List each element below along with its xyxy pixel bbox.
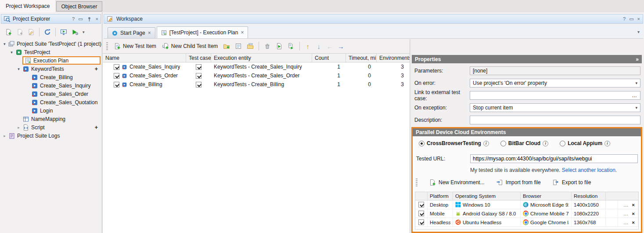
- radio-local-appium[interactable]: Local Appium i: [560, 140, 610, 146]
- maximize-icon[interactable]: ▭: [629, 16, 633, 22]
- env-row-mobile[interactable]: Mobile Android Galaxy S8 / 8.0 Chrome Mo…: [415, 209, 638, 218]
- export-to-file-button[interactable]: Export to file: [550, 178, 594, 187]
- group-items-button[interactable]: [245, 41, 255, 51]
- tree-item-create-billing[interactable]: Create_Billing: [0, 73, 101, 81]
- env-column-platform[interactable]: Platform: [428, 192, 453, 200]
- on-exception-dropdown[interactable]: Stop current item ▾: [470, 103, 640, 112]
- add-keyword-test-button[interactable]: +: [94, 66, 98, 72]
- browse-ellipsis-icon[interactable]: …: [632, 92, 637, 98]
- env-row-delete-icon[interactable]: ×: [632, 202, 635, 208]
- row-enabled-checkbox[interactable]: [114, 82, 119, 87]
- table-row[interactable]: Create_Billing KeywordTests - Create_Bil…: [103, 80, 410, 89]
- delete-item-button[interactable]: [262, 41, 273, 51]
- help-icon[interactable]: ?: [623, 16, 626, 22]
- caret-collapsed-icon[interactable]: ▸: [17, 125, 21, 130]
- add-new-item-button[interactable]: [3, 27, 14, 37]
- info-icon[interactable]: i: [483, 141, 489, 146]
- toolbar-overflow-chevron-icon[interactable]: ▾: [81, 30, 86, 34]
- tree-item-keywordtests[interactable]: ▾ KeywordTests +: [0, 65, 101, 73]
- tree-item-project-suite[interactable]: ▾ Project Suite 'TestProject' (1 project…: [0, 40, 101, 48]
- add-script-button[interactable]: +: [94, 124, 98, 131]
- item-list-button[interactable]: [233, 41, 244, 51]
- table-row[interactable]: Create_Sales_Order KeywordTests - Create…: [103, 71, 410, 80]
- info-icon[interactable]: i: [604, 141, 610, 146]
- tree-item-create-sales-quotation[interactable]: Create_Sales_Quotation: [0, 98, 101, 106]
- pin-icon[interactable]: [86, 16, 92, 22]
- radio-bitbar-cloud[interactable]: BitBar Cloud i: [500, 140, 548, 146]
- tab-list-chevron-icon[interactable]: ▾: [637, 29, 643, 34]
- new-group-button[interactable]: [221, 41, 232, 51]
- caret-expanded-icon[interactable]: ▾: [17, 67, 21, 71]
- close-icon[interactable]: ×: [96, 16, 98, 22]
- column-header-name[interactable]: Name: [103, 54, 186, 62]
- run-project-button[interactable]: [70, 27, 80, 37]
- tree-item-execution-plan[interactable]: Execution Plan: [0, 56, 101, 65]
- collapse-panel-icon[interactable]: »: [636, 56, 639, 62]
- env-column-browser[interactable]: Browser: [521, 192, 572, 200]
- execution-plan-selection[interactable]: Execution Plan: [22, 56, 101, 65]
- column-header-environments[interactable]: Environments: [377, 54, 410, 62]
- radio-icon[interactable]: [500, 141, 506, 146]
- tree-item-create-sales-order[interactable]: Create_Sales_Order: [0, 90, 101, 98]
- link-external-field[interactable]: …: [470, 91, 640, 100]
- tab-execution-plan[interactable]: [TestProject] - Execution Plan ×: [157, 26, 248, 38]
- tree-item-script[interactable]: ▸ Script +: [0, 123, 101, 131]
- row-enabled-checkbox[interactable]: [114, 73, 119, 79]
- env-row-more-icon[interactable]: …: [623, 202, 629, 208]
- tree-item-create-sales-inquiry[interactable]: Create_Sales_Inquiry: [0, 81, 101, 90]
- move-right-button[interactable]: →: [336, 43, 345, 50]
- new-environment-button[interactable]: New Environment...: [427, 178, 487, 187]
- description-field[interactable]: [470, 116, 640, 124]
- toolbar-drag-handle[interactable]: [106, 42, 108, 50]
- tree-item-project-suite-logs[interactable]: ▸ Project Suite Logs: [0, 131, 101, 140]
- close-icon[interactable]: ×: [637, 16, 640, 22]
- radio-crossbrowsertesting[interactable]: CrossBrowserTesting i: [419, 140, 489, 146]
- env-column-os[interactable]: Operating System: [453, 192, 521, 200]
- env-row-desktop[interactable]: Desktop Windows 10 Microsoft Edge 91 140…: [415, 200, 638, 209]
- run-visualize-button[interactable]: [58, 27, 69, 37]
- move-left-button[interactable]: ←: [325, 43, 335, 50]
- help-icon[interactable]: ?: [72, 16, 75, 22]
- move-up-button[interactable]: ↑: [303, 43, 313, 50]
- maximize-icon[interactable]: ▭: [78, 16, 83, 22]
- radio-icon[interactable]: [560, 141, 565, 146]
- env-enabled-checkbox[interactable]: [418, 211, 424, 216]
- tab-project-workspace[interactable]: Project Workspace: [0, 0, 55, 12]
- tab-close-icon[interactable]: ×: [241, 29, 244, 36]
- caret-expanded-icon[interactable]: ▾: [10, 50, 14, 55]
- table-row[interactable]: Create_Sales_Inquiry KeywordTests - Crea…: [103, 62, 410, 71]
- import-from-file-button[interactable]: Import from file: [494, 178, 543, 187]
- radio-selected-icon[interactable]: [419, 141, 425, 146]
- toolbar-drag-handle[interactable]: [416, 178, 417, 186]
- env-column-resolution[interactable]: Resolution: [572, 192, 606, 200]
- row-enabled-checkbox[interactable]: [114, 64, 119, 70]
- test-case-checkbox[interactable]: [196, 82, 201, 87]
- tab-start-page[interactable]: Start Page ×: [108, 27, 155, 38]
- new-test-item-button[interactable]: New Test Item: [112, 41, 158, 51]
- test-case-checkbox[interactable]: [196, 64, 201, 70]
- env-row-more-icon[interactable]: …: [623, 220, 629, 225]
- select-location-link[interactable]: Select another location.: [562, 167, 617, 173]
- move-down-button[interactable]: ↓: [314, 43, 324, 50]
- env-row-delete-icon[interactable]: ×: [632, 211, 635, 216]
- column-header-timeout[interactable]: Timeout, min: [346, 54, 377, 62]
- env-row-headless[interactable]: Headless Ubuntu Headless Google Chrome l…: [415, 218, 638, 227]
- rename-item-button[interactable]: [26, 27, 36, 37]
- caret-expanded-icon[interactable]: ▾: [3, 42, 6, 46]
- caret-collapsed-icon[interactable]: ▸: [3, 134, 7, 138]
- column-header-execution-entity[interactable]: Execution entity: [211, 54, 312, 62]
- env-row-delete-icon[interactable]: ×: [632, 220, 635, 225]
- add-existing-item-button[interactable]: [14, 27, 25, 37]
- on-error-dropdown[interactable]: Use project's 'On error' property ▾: [470, 79, 640, 87]
- tree-item-namemapping[interactable]: NameMapping: [0, 115, 101, 123]
- env-enabled-checkbox[interactable]: [418, 219, 424, 225]
- tested-url-input[interactable]: [470, 154, 638, 163]
- env-row-more-icon[interactable]: …: [623, 211, 629, 216]
- tree-item-login[interactable]: Login: [0, 106, 101, 115]
- test-case-checkbox[interactable]: [196, 73, 201, 79]
- info-icon[interactable]: i: [543, 141, 548, 146]
- run-focused-item-button[interactable]: [274, 41, 284, 51]
- tab-object-browser[interactable]: Object Browser: [56, 1, 102, 11]
- parameters-field[interactable]: [none]: [470, 66, 640, 75]
- tab-close-icon[interactable]: ×: [148, 30, 151, 36]
